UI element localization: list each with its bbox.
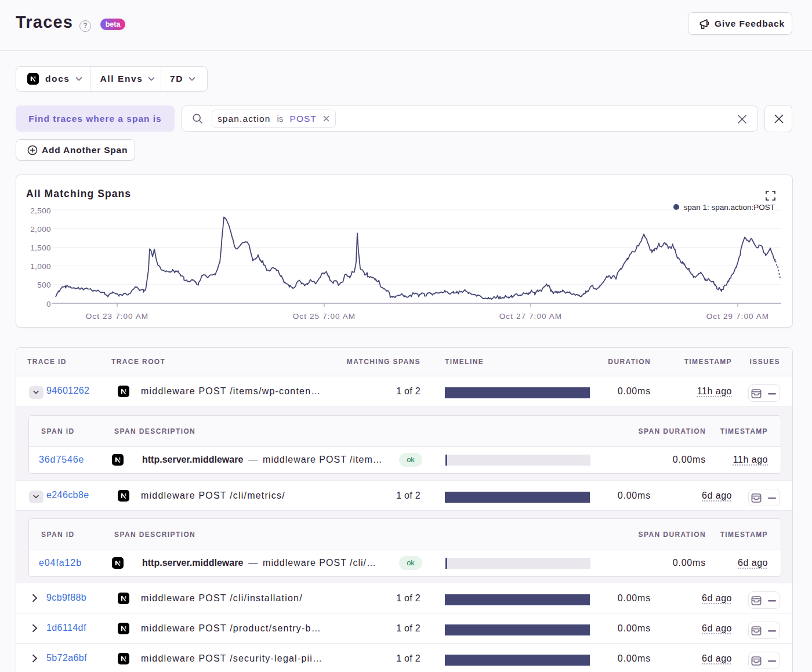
svg-text:Oct 27 7:00 AM: Oct 27 7:00 AM (499, 312, 562, 321)
svg-text:500: 500 (37, 281, 51, 289)
svg-text:Oct 29 7:00 AM: Oct 29 7:00 AM (706, 312, 769, 321)
svg-text:2,500: 2,500 (30, 206, 51, 215)
svg-text:1,500: 1,500 (30, 244, 51, 252)
svg-text:Oct 23 7:00 AM: Oct 23 7:00 AM (86, 312, 148, 321)
svg-text:2,000: 2,000 (30, 225, 51, 234)
svg-text:0: 0 (46, 300, 51, 308)
svg-text:1,000: 1,000 (30, 262, 51, 271)
svg-text:Oct 25 7:00 AM: Oct 25 7:00 AM (293, 312, 356, 321)
